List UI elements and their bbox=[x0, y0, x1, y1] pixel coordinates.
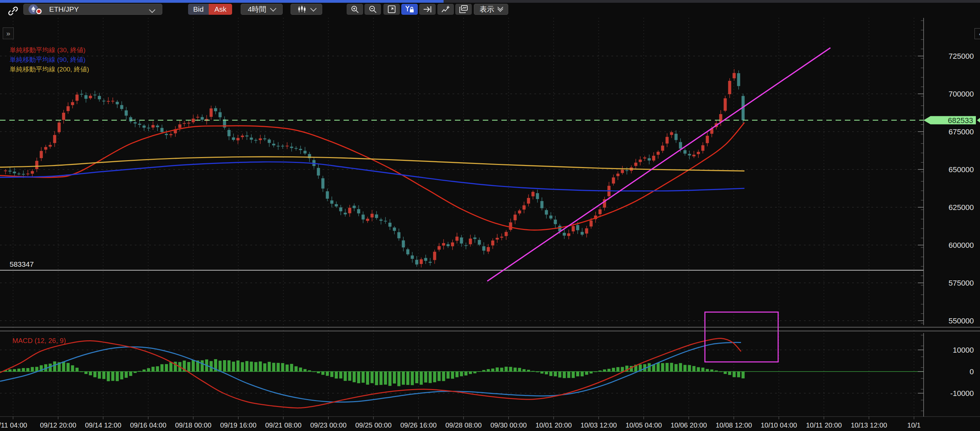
time-axis-label: 09/30 00:00 bbox=[490, 421, 527, 429]
support-level: 583347 bbox=[0, 260, 924, 270]
time-axis-label: 09/14 12:00 bbox=[85, 421, 121, 429]
time-axis-label: 09/19 16:00 bbox=[220, 421, 256, 429]
time-axis-label: 10/08 12:00 bbox=[716, 421, 752, 429]
price-axis-label: 600000 bbox=[949, 241, 974, 250]
macd-axis-label: 10000 bbox=[953, 346, 974, 355]
time-axis-label: 10/05 04:00 bbox=[625, 421, 662, 429]
time-axis-label: 10/11 20:00 bbox=[806, 421, 842, 429]
panel-expand-button[interactable]: » bbox=[3, 27, 14, 39]
time-axis-label: 09/26 16:00 bbox=[400, 421, 437, 429]
price-axis: 7250007000006750006500006250006000005750… bbox=[918, 18, 974, 417]
time-axis-label: 09/18 00:00 bbox=[175, 421, 212, 429]
time-axis-label: 10/06 20:00 bbox=[671, 421, 707, 429]
support-level-label: 583347 bbox=[10, 260, 34, 268]
time-axis-label: 09/12 20:00 bbox=[40, 421, 76, 429]
indicator-legend: 単純移動平均線 (30, 終値) 単純移動平均線 (90, 終値) 単純移動平均… bbox=[10, 45, 89, 74]
macd-axis-label: -10000 bbox=[950, 389, 974, 398]
rectangle-drawing[interactable] bbox=[705, 312, 778, 362]
price-axis-label: 675000 bbox=[949, 127, 974, 136]
time-axis-label: 09/25 00:00 bbox=[355, 421, 391, 429]
macd-axis-label: 0 bbox=[970, 367, 974, 376]
trading-app: ETH/JPY Bid Ask 4時間 bbox=[0, 0, 980, 431]
legend-sma-200[interactable]: 単純移動平均線 (200, 終値) bbox=[10, 65, 89, 74]
price-axis-label: 625000 bbox=[949, 203, 974, 212]
time-axis-label: 10/10 04:00 bbox=[760, 421, 797, 429]
time-axis-label: 10/1 bbox=[907, 421, 921, 429]
current-price-tag-label: 682533 bbox=[948, 116, 973, 125]
time-axis: /11 04:0009/12 20:0009/14 12:0009/16 04:… bbox=[0, 417, 921, 429]
trendline-drawing[interactable] bbox=[487, 48, 830, 281]
price-axis-label: 725000 bbox=[949, 52, 974, 60]
time-axis-label: 09/16 04:00 bbox=[130, 421, 166, 429]
drawings[interactable] bbox=[487, 48, 830, 362]
time-axis-label: 09/21 08:00 bbox=[265, 421, 302, 429]
price-axis-label: 700000 bbox=[949, 90, 974, 98]
time-axis-label: 10/13 12:00 bbox=[851, 421, 887, 429]
current-price-edge-marker bbox=[977, 118, 980, 123]
sma-line[interactable] bbox=[0, 157, 745, 171]
legend-macd[interactable]: MACD (12, 26, 9) bbox=[13, 337, 66, 345]
chart-canvas[interactable]: 5833477250007000006750006500006250006000… bbox=[0, 0, 980, 431]
time-axis-label: 10/03 12:00 bbox=[581, 421, 617, 429]
gridlines bbox=[0, 18, 924, 415]
price-axis-label: 575000 bbox=[949, 279, 974, 287]
current-price-tag: 682533 bbox=[924, 116, 980, 125]
sma-line[interactable] bbox=[0, 162, 745, 191]
price-axis-label: 550000 bbox=[949, 316, 974, 325]
time-axis-label: 09/28 08:00 bbox=[445, 421, 482, 429]
legend-sma-30[interactable]: 単純移動平均線 (30, 終値) bbox=[10, 45, 89, 55]
macd-histogram bbox=[0, 359, 924, 386]
time-axis-label: /11 04:00 bbox=[0, 421, 27, 429]
candles bbox=[4, 69, 745, 267]
panel-collapse-button[interactable]: ‹ bbox=[975, 28, 980, 39]
time-axis-label: 09/23 00:00 bbox=[310, 421, 347, 429]
time-axis-label: 10/01 20:00 bbox=[535, 421, 572, 429]
price-axis-label: 650000 bbox=[949, 165, 974, 174]
legend-sma-90[interactable]: 単純移動平均線 (90, 終値) bbox=[10, 55, 89, 65]
